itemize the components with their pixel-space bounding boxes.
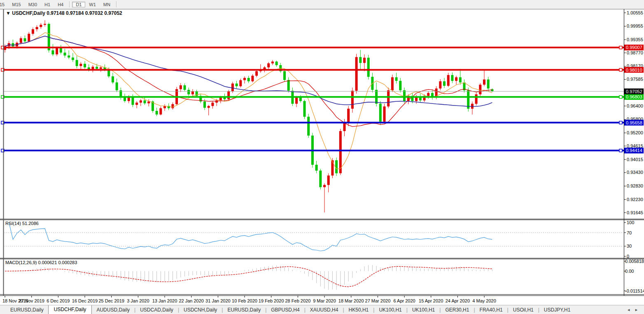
svg-text:3 Jan 2020: 3 Jan 2020 xyxy=(127,298,149,303)
svg-text:13 Jan 2020: 13 Jan 2020 xyxy=(152,298,177,303)
svg-text:0.98010: 0.98010 xyxy=(626,68,642,73)
timeframe-button-H1[interactable]: H1 xyxy=(41,2,54,7)
svg-text:28 Feb 2020: 28 Feb 2020 xyxy=(285,298,311,303)
chart-tab-fra40-h1[interactable]: FRA40,H1 xyxy=(475,306,507,314)
svg-text:16 Dec 2019: 16 Dec 2019 xyxy=(72,298,98,303)
svg-text:0.94015: 0.94015 xyxy=(627,157,643,162)
svg-text:10 Feb 2020: 10 Feb 2020 xyxy=(232,298,257,303)
toolbar-separator xyxy=(116,1,117,7)
svg-text:22 Jan 2020: 22 Jan 2020 xyxy=(179,298,204,303)
svg-text:0.97052: 0.97052 xyxy=(626,89,642,94)
tab-scroll-left-icon[interactable]: ◄ xyxy=(627,308,630,312)
svg-text:4 May 2020: 4 May 2020 xyxy=(472,298,496,303)
svg-text:0.92830: 0.92830 xyxy=(627,183,643,188)
svg-text:0: 0 xyxy=(627,254,629,259)
chart-tab-usdchf-daily[interactable]: USDCHF,Daily xyxy=(48,305,92,314)
svg-text:19 Feb 2020: 19 Feb 2020 xyxy=(259,298,284,303)
toolbar-separator xyxy=(69,1,70,7)
chart-tab-hk50-h1[interactable]: HK50,H1 xyxy=(344,306,373,314)
svg-text:0.99355: 0.99355 xyxy=(627,37,643,42)
chart-title[interactable]: ▼ USDCHF,Daily 0.97148 0.97184 0.97032 0… xyxy=(6,10,122,16)
svg-text:27 Mar 2020: 27 Mar 2020 xyxy=(365,298,391,303)
svg-text:1.00555: 1.00555 xyxy=(627,10,643,15)
chart-tab-eurusd-daily[interactable]: EURUSD,Daily xyxy=(6,306,48,314)
tab-scroll-buttons: ◄► xyxy=(621,308,644,312)
price-badge-0.95658: 0.95658 xyxy=(624,120,644,126)
timeframe-button-M30[interactable]: M30 xyxy=(25,2,41,7)
svg-text:0.005818: 0.005818 xyxy=(625,259,644,264)
timeframe-button-M15[interactable]: M15 xyxy=(8,2,24,7)
svg-text:0.99955: 0.99955 xyxy=(627,23,643,28)
timeframe-button-W1[interactable]: W1 xyxy=(85,2,100,7)
svg-text:0.96803: 0.96803 xyxy=(626,94,642,99)
svg-text:0.95200: 0.95200 xyxy=(627,130,643,135)
svg-text:70: 70 xyxy=(627,230,632,235)
timeframe-button-MN[interactable]: MN xyxy=(100,2,114,7)
mt4-window: 15M15M30H1H4D1W1MN 1.005550.999550.99355… xyxy=(0,0,644,314)
timeframe-button-H4[interactable]: H4 xyxy=(54,2,67,7)
svg-text:27 Nov 2019: 27 Nov 2019 xyxy=(19,298,44,303)
svg-text:0.92230: 0.92230 xyxy=(627,197,643,202)
price-badge-0.94414: 0.94414 xyxy=(624,148,644,153)
svg-text:30: 30 xyxy=(627,244,632,248)
svg-text:6 Dec 2019: 6 Dec 2019 xyxy=(47,298,70,303)
svg-text:31 Jan 2020: 31 Jan 2020 xyxy=(205,298,231,303)
timeframe-button-15[interactable]: 15 xyxy=(0,2,8,7)
svg-text:0.94615: 0.94615 xyxy=(627,143,643,148)
chart-tab-audusd-daily[interactable]: AUDUSD,Daily xyxy=(92,306,134,314)
svg-text:24 Apr 2020: 24 Apr 2020 xyxy=(446,298,470,303)
chart-tab-usdjpy-h1[interactable]: USDJPY,H1 xyxy=(539,306,575,314)
chart-tab-gbpusd-h4[interactable]: GBPUSD,H4 xyxy=(266,306,304,314)
svg-text:15 Apr 2020: 15 Apr 2020 xyxy=(419,298,443,303)
timeframe-toolbar: 15M15M30H1H4D1W1MN xyxy=(0,0,644,9)
macd-label: MACD(12,26,9) 0.000621 0.000283 xyxy=(5,260,77,265)
svg-text:0.00: 0.00 xyxy=(625,269,634,274)
price-badge-0.96803: 0.96803 xyxy=(624,94,644,100)
tab-scroll-right-icon[interactable]: ► xyxy=(635,308,638,312)
svg-text:0.99007: 0.99007 xyxy=(626,45,642,50)
chart-tab-usdcad-daily[interactable]: USDCAD,Daily xyxy=(135,306,178,314)
timeframe-button-D1[interactable]: D1 xyxy=(72,2,85,7)
svg-text:0.95658: 0.95658 xyxy=(626,120,642,125)
chart-tabs: EURUSD,DailyUSDCHF,DailyAUDUSD,Daily|USD… xyxy=(0,305,621,314)
svg-text:0.97585: 0.97585 xyxy=(627,77,643,82)
chart-tab-bar: EURUSD,DailyUSDCHF,DailyAUDUSD,Daily|USD… xyxy=(0,305,644,314)
svg-text:25 Dec 2019: 25 Dec 2019 xyxy=(99,298,124,303)
chart-tab-usdcnh-daily[interactable]: USDCNH,Daily xyxy=(179,306,222,314)
chart-tab-uk100-h1[interactable]: UK100,H1 xyxy=(408,306,439,314)
svg-text:0.91645: 0.91645 xyxy=(627,210,643,215)
rsi-label: RSI(14) 51.2086 xyxy=(5,221,39,226)
price-chart[interactable]: 1.005550.999550.993550.987700.981700.975… xyxy=(0,9,644,305)
svg-text:100: 100 xyxy=(627,220,634,225)
chart-tab-xauusd-h4[interactable]: XAUUSD,H4 xyxy=(306,306,343,314)
chart-tab-eurusd-daily[interactable]: EURUSD,Daily xyxy=(223,306,265,314)
price-badge-0.99007: 0.99007 xyxy=(624,45,644,50)
chart-tab-usoil-h1[interactable]: USOil,H1 xyxy=(509,306,538,314)
svg-text:0.93430: 0.93430 xyxy=(627,170,643,175)
svg-text:9 Mar 2020: 9 Mar 2020 xyxy=(313,298,336,303)
svg-text:0.96400: 0.96400 xyxy=(627,103,643,108)
chart-tab-uk100-h1[interactable]: UK100,H1 xyxy=(374,306,406,314)
chart-tab-ger30-h1[interactable]: GER30,H1 xyxy=(441,306,474,314)
svg-text:18 Mar 2020: 18 Mar 2020 xyxy=(338,298,364,303)
svg-text:6 Apr 2020: 6 Apr 2020 xyxy=(393,298,415,303)
svg-text:0.94414: 0.94414 xyxy=(626,148,642,153)
svg-text:-0.011514: -0.011514 xyxy=(625,288,644,293)
price-badge-0.98010: 0.98010 xyxy=(624,67,644,73)
svg-text:0.98770: 0.98770 xyxy=(627,50,643,55)
price-badge-0.97052: 0.97052 xyxy=(624,89,644,94)
